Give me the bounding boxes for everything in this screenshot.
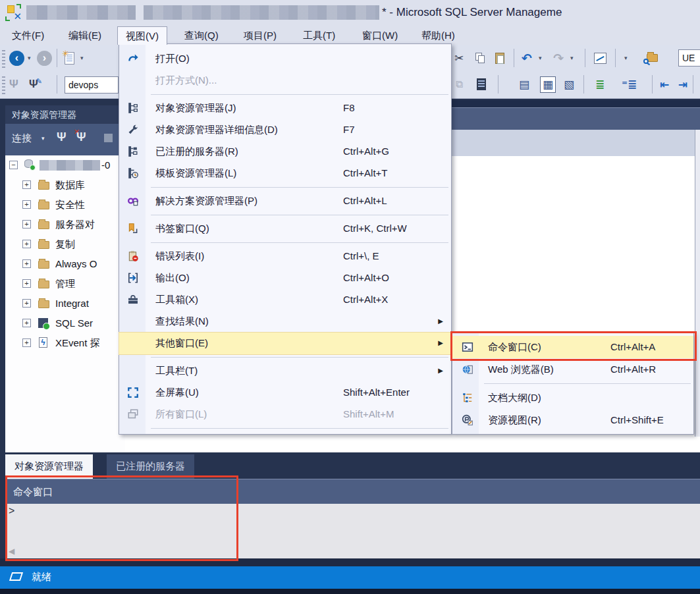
command-window-body[interactable]: > ◀ [5,504,700,558]
expand-icon[interactable]: + [22,259,31,268]
menu-item-registered-servers[interactable]: 已注册的服务器(R) Ctrl+Alt+G [119,141,451,163]
tree-server-node[interactable]: − -0 [5,155,125,175]
tab-object-explorer[interactable]: 对象资源管理器 [5,454,93,479]
editor-scrollbar[interactable] [695,130,700,437]
back-dropdown-caret[interactable]: ▾ [28,48,31,68]
connect-dropdown[interactable]: 连接 [12,132,32,145]
navigate-forward-button[interactable]: › [37,48,52,68]
expand-icon[interactable]: + [22,338,31,347]
disconnect-plug-icon[interactable]: Ψ [76,130,86,144]
template-explorer-icon [127,167,139,179]
submenu-item-resource-view[interactable]: 资源视图(R) Ctrl+Shift+E [452,409,693,431]
expand-icon[interactable]: + [22,180,31,189]
toolbox-icon [127,294,139,306]
menu-item-object-explorer[interactable]: 对象资源管理器(J) F8 [119,97,451,119]
database-combo[interactable]: devops [65,76,119,94]
undo-caret[interactable]: ▾ [539,48,542,68]
cut-icon[interactable]: ✂ [454,48,464,68]
menu-item-object-explorer-details[interactable]: 对象资源管理器详细信息(D) F7 [119,119,451,141]
submenu-arrow-icon: ▶ [438,367,443,374]
decrease-indent-icon[interactable]: ⇤ [660,74,669,94]
connect-icon[interactable]: Ψ [9,74,18,94]
copy-icon[interactable] [475,48,485,68]
toolbar-grip[interactable] [2,48,5,68]
menu-item-all-windows[interactable]: 所有窗口(L) Shift+Alt+M [119,404,451,425]
submenu-arrow-icon: ▶ [438,339,443,346]
collapse-icon[interactable]: − [9,161,18,169]
comment-lines-icon[interactable]: ≣ [595,74,605,94]
server-icon[interactable] [477,74,486,94]
tree-item-management[interactable]: + 管理 [5,274,125,294]
expand-icon[interactable]: + [22,279,31,288]
menu-edit[interactable]: 编辑(E) [61,26,109,45]
redo-button[interactable]: ↷ [553,48,564,68]
tree-item-alwayson[interactable]: + Always O [5,254,125,274]
tree-item-sql-server-agent[interactable]: + SQL Ser [5,313,125,333]
chevron-down-icon: ▾ [41,135,45,142]
toolbar-separator [585,49,585,67]
search-combo[interactable]: UE [678,49,700,67]
menu-view[interactable]: 视图(V) [117,26,167,45]
tree-item-databases[interactable]: + 数据库 [5,175,125,195]
open-icon [127,53,139,65]
menu-item-toolbars[interactable]: 工具栏(T) ▶ [119,360,451,382]
tree-item-security[interactable]: + 安全性 [5,195,125,215]
stop-icon[interactable] [104,134,113,142]
increase-indent-icon[interactable]: ⇥ [678,74,687,94]
object-explorer-toolbar: 连接 ▾ Ψ ✕ Ψ [5,124,125,155]
uncomment-lines-icon[interactable]: ⁼≣ [622,74,637,94]
submenu-item-command-window[interactable]: 命令窗口(C) Ctrl+Alt+A [452,336,693,358]
scroll-left-icon[interactable]: ◀ [9,547,14,556]
menu-item-template-explorer[interactable]: 模板资源管理器(L) Ctrl+Alt+T [119,163,451,184]
menu-query[interactable]: 查询(Q) [176,26,227,45]
menu-item-open-with[interactable]: 打开方式(N)... [119,70,451,92]
tree-item-xevent-profiler[interactable]: + ϟ XEvent 探 [5,333,125,353]
menu-help[interactable]: 帮助(H) [414,26,463,45]
redacted-title-block [26,5,136,20]
toolbar-grip[interactable] [2,74,5,94]
results-to-grid-icon[interactable]: ▦ [540,74,556,94]
expand-icon[interactable]: + [22,299,31,308]
command-window-title: 命令窗口 [5,479,700,504]
results-to-file-icon[interactable]: ▧ [564,74,574,94]
menu-item-output[interactable]: 输出(O) Ctrl+Alt+O [119,267,451,289]
tab-registered-servers[interactable]: 已注册的服务器 [107,454,194,479]
menu-item-other-windows[interactable]: 其他窗口(E) ▶ [119,333,451,354]
menu-item-find-results[interactable]: 查找结果(N) ▶ [119,311,451,333]
overflow-caret[interactable]: ▾ [624,48,628,68]
expand-icon[interactable]: + [22,240,31,248]
menu-item-solution-explorer[interactable]: 解决方案资源管理器(P) Ctrl+Alt+L [119,190,451,212]
folder-icon [38,300,49,308]
menu-tools[interactable]: 工具(T) [295,26,343,45]
tree-item-server-objects[interactable]: + 服务器对 [5,215,125,234]
menu-separator [119,240,451,246]
menu-item-open[interactable]: 打开(O) [119,48,451,70]
new-query-caret[interactable]: ▾ [80,48,84,68]
navigate-back-button[interactable]: ‹ [9,48,24,68]
find-in-files-icon[interactable] [647,48,658,68]
expand-icon[interactable]: + [22,319,31,327]
submenu-item-web-browser[interactable]: Web 浏览器(B) Ctrl+Alt+R [452,358,693,381]
connect-plug-icon[interactable]: Ψ [57,130,67,144]
tree-item-integration-services[interactable]: + Integrat [5,294,125,313]
paste-icon[interactable] [495,48,504,68]
submenu-item-document-outline[interactable]: 文档大纲(D) [452,387,693,409]
expand-icon[interactable]: + [22,220,31,229]
menu-project[interactable]: 项目(P) [236,26,284,45]
results-to-text-icon[interactable]: ▤ [519,74,529,94]
document-outline-icon [462,392,473,404]
menu-item-bookmark-window[interactable]: 书签窗口(Q) Ctrl+K, Ctrl+W [119,218,451,240]
menu-item-full-screen[interactable]: 全屏幕(U) Shift+Alt+Enter [119,382,451,404]
redo-caret[interactable]: ▾ [570,48,574,68]
menu-item-error-list[interactable]: 错误列表(I) Ctrl+\, E [119,246,451,267]
menu-file[interactable]: 文件(F) [4,26,52,45]
expand-icon[interactable]: + [22,200,31,209]
command-prompt[interactable]: > [9,505,14,517]
menu-window[interactable]: 窗口(W) [354,26,406,45]
execution-plan-icon[interactable] [594,48,606,68]
undo-button[interactable]: ↶ [522,48,532,68]
menu-item-toolbox[interactable]: 工具箱(X) Ctrl+Alt+X [119,289,451,311]
change-connection-icon[interactable]: Ψ✎ [29,74,42,94]
tree-item-replication[interactable]: + 复制 [5,234,125,254]
new-query-button[interactable]: ✳ [65,48,74,68]
